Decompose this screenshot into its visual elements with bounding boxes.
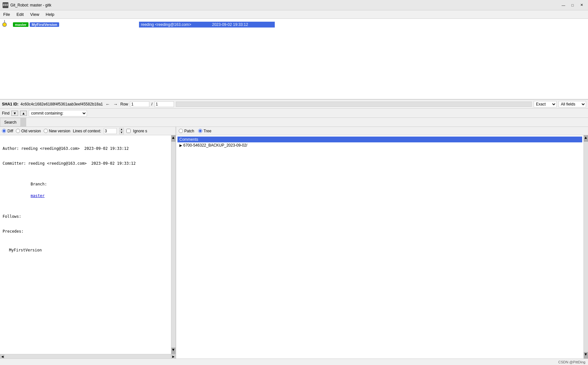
title-bar: ### Git_Robot: master - gitk — □ ✕ (0, 0, 588, 10)
minimize-button[interactable]: — (560, 2, 567, 8)
hscroll-left-btn[interactable]: ◀ (0, 354, 5, 359)
allfields-select[interactable]: All fields Headline Comments Author Comm… (559, 101, 586, 107)
tree-item-label: 6700-546322_BACKUP_2023-09-02/ (183, 143, 247, 148)
branch-key: Branch: (31, 182, 47, 186)
author-column: reeding <reeding@163.com> (139, 22, 210, 28)
vscroll-thumb-down[interactable]: ▼ (171, 348, 176, 354)
graph-area: master MyFirstVersion reeding <reeding@1… (0, 19, 588, 100)
bottom-hscrollbar[interactable]: ◀ ▶ (0, 354, 176, 359)
author-line: Author: reeding <reeding@163.com> 2023-0… (3, 146, 168, 151)
menu-help[interactable]: Help (42, 11, 58, 17)
hscroll-track (5, 354, 171, 359)
diff-toolbar: Diff Old version New version Lines of co… (0, 127, 176, 135)
sha1-label: SHA1 ID: (2, 102, 18, 106)
diff-label: Diff (7, 129, 13, 133)
context-up-btn[interactable]: ▲ (119, 128, 124, 131)
exact-select[interactable]: Exact IgnCase Regexp (534, 101, 557, 107)
commit-graph-svg (2, 20, 12, 29)
patch-label: Patch (184, 129, 194, 133)
hscroll-right-btn[interactable]: ▶ (171, 354, 176, 359)
context-spin: ▲ ▼ (119, 128, 124, 134)
old-version-label: Old version (21, 129, 41, 133)
patch-radio-group: Patch (179, 129, 194, 133)
right-vscroll-down[interactable]: ▼ (584, 352, 588, 359)
date-column: 2023-09-02 19:33:12 (210, 22, 275, 28)
context-label: Lines of context: (73, 129, 101, 133)
ignore-checkbox[interactable] (126, 129, 131, 133)
precedes-line: Precedes: (3, 228, 168, 234)
menu-file[interactable]: File (0, 11, 13, 17)
old-version-radio[interactable] (16, 129, 20, 133)
close-button[interactable]: ✕ (578, 2, 585, 8)
main-content: master MyFirstVersion reeding <reeding@1… (0, 19, 588, 365)
sha1-value: 4c60c4c1682e6188f4f5361aab3eef45582b18a1 (20, 102, 103, 106)
branch-tag-myfirstversion: MyFirstVersion (30, 22, 59, 27)
menu-edit[interactable]: Edit (13, 11, 27, 17)
find-down-button[interactable]: ▼ (11, 111, 18, 116)
right-vscrollbar[interactable]: ▲ ▼ (583, 135, 588, 359)
search-bar: Search (0, 118, 588, 127)
row-label: Row (120, 102, 128, 106)
sha1-scrollbar[interactable] (176, 102, 532, 107)
find-type-select[interactable]: commit containing: commit (29, 110, 87, 116)
sha1-nav-prev[interactable]: ← (105, 102, 111, 107)
row-separator: / (151, 102, 152, 106)
vscroll-track (171, 142, 176, 348)
tree-radio-group: Tree (198, 129, 211, 133)
graph-commit-row[interactable]: master MyFirstVersion reeding <reeding@1… (0, 20, 588, 29)
diff-radio[interactable] (2, 129, 6, 133)
branch-line: Branch: master (3, 175, 168, 205)
context-input[interactable] (104, 128, 117, 134)
branch-tag-master: master (13, 22, 28, 27)
follows-line: Follows: (3, 214, 168, 219)
menu-view[interactable]: View (27, 11, 42, 17)
search-button[interactable]: Search (0, 118, 20, 127)
left-panel: Diff Old version New version Lines of co… (0, 127, 176, 359)
tree-arrow-icon: ▶ (179, 143, 182, 148)
patch-radio[interactable] (179, 129, 183, 133)
new-version-radio[interactable] (44, 129, 48, 133)
right-vscroll-track (584, 142, 588, 352)
commit-text-container: Author: reeding <reeding@163.com> 2023-0… (0, 135, 176, 354)
context-down-btn[interactable]: ▼ (119, 131, 124, 134)
vscroll-thumb-up[interactable]: ▲ (171, 135, 176, 142)
tree-radio[interactable] (198, 129, 202, 133)
tree-content-container: Comments ▶ 6700-546322_BACKUP_2023-09-02… (176, 135, 588, 359)
right-panel: Patch Tree Comments ▶ 6700-546 (176, 127, 588, 359)
maximize-button[interactable]: □ (569, 2, 576, 8)
tree-label: Tree (204, 129, 211, 133)
commit-text-area: Author: reeding <reeding@163.com> 2023-0… (0, 135, 171, 354)
tree-content: Comments ▶ 6700-546322_BACKUP_2023-09-02… (176, 135, 583, 359)
menu-bar: File Edit View Help (0, 10, 588, 19)
title-bar-title: Git_Robot: master - gitk (10, 3, 560, 7)
tag-line: MyFirstVersion (3, 247, 168, 253)
find-up-button[interactable]: ▲ (20, 111, 27, 116)
diff-radio-group: Diff (2, 129, 13, 133)
sha1-bar: SHA1 ID: 4c60c4c1682e6188f4f5361aab3eef4… (0, 100, 588, 109)
lower-area: Diff Old version New version Lines of co… (0, 127, 588, 359)
new-version-label: New version (49, 129, 70, 133)
graph-node-column: master MyFirstVersion (0, 20, 139, 29)
svg-point-1 (3, 23, 6, 27)
committer-line: Committer: reeding <reeding@163.com> 202… (3, 160, 168, 166)
row-total-input[interactable] (155, 101, 174, 107)
comments-tab-label: Comments (179, 137, 198, 142)
find-label: Find (2, 111, 9, 116)
old-version-radio-group: Old version (16, 129, 41, 133)
tree-item-row[interactable]: ▶ 6700-546322_BACKUP_2023-09-02/ (177, 142, 582, 148)
row-current-input[interactable] (130, 101, 149, 107)
left-vscrollbar[interactable]: ▲ ▼ (171, 135, 176, 354)
sha1-nav-next[interactable]: → (112, 102, 118, 107)
new-version-radio-group: New version (44, 129, 70, 133)
ignore-label: Ignore s (133, 129, 147, 133)
status-bar: CSDN @PittDing (0, 359, 588, 365)
comments-tab-row[interactable]: Comments (177, 137, 582, 142)
search-tab[interactable] (20, 118, 26, 127)
patch-tree-toolbar: Patch Tree (176, 127, 588, 135)
status-text: CSDN @PittDing (558, 360, 585, 364)
app-icon: ### (3, 2, 8, 8)
right-vscroll-up[interactable]: ▲ (584, 135, 588, 142)
branch-link[interactable]: master (31, 194, 45, 198)
title-bar-controls: — □ ✕ (560, 2, 585, 8)
find-bar: Find ▼ ▲ commit containing: commit (0, 109, 588, 118)
